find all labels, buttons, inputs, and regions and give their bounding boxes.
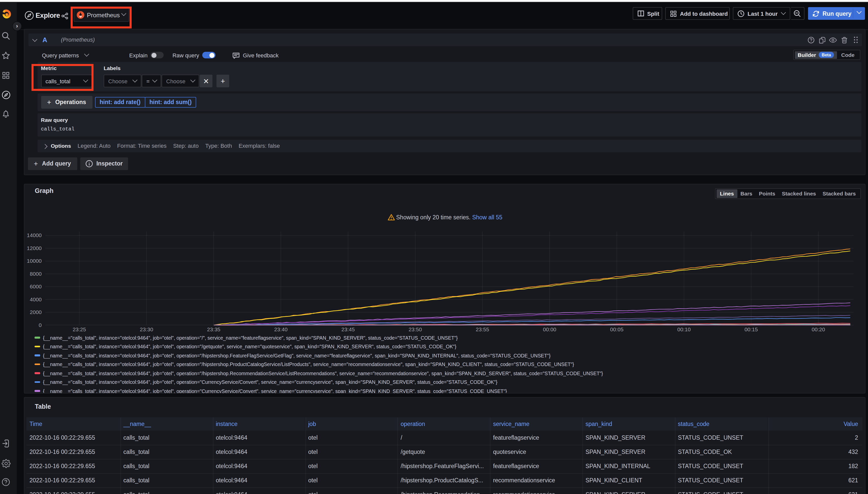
svg-text:14000: 14000 [27,232,41,238]
svg-text:23:25: 23:25 [72,326,86,332]
svg-text:8000: 8000 [30,271,41,277]
svg-text:23:35: 23:35 [207,326,220,332]
svg-text:23:55: 23:55 [475,326,489,332]
svg-text:00:05: 00:05 [610,326,623,332]
svg-text:00:15: 00:15 [744,326,758,332]
svg-text:00:20: 00:20 [811,326,825,332]
svg-text:12000: 12000 [27,245,41,251]
svg-text:23:50: 23:50 [408,326,422,332]
svg-text:4000: 4000 [30,297,41,302]
svg-text:23:40: 23:40 [274,326,287,332]
svg-text:00:10: 00:10 [677,326,691,332]
svg-text:00:00: 00:00 [543,326,556,332]
svg-text:10000: 10000 [27,258,41,264]
svg-text:0: 0 [38,322,41,328]
svg-text:6000: 6000 [30,284,41,289]
svg-text:2000: 2000 [30,309,41,315]
svg-text:23:45: 23:45 [341,326,355,332]
svg-text:23:30: 23:30 [140,326,153,332]
